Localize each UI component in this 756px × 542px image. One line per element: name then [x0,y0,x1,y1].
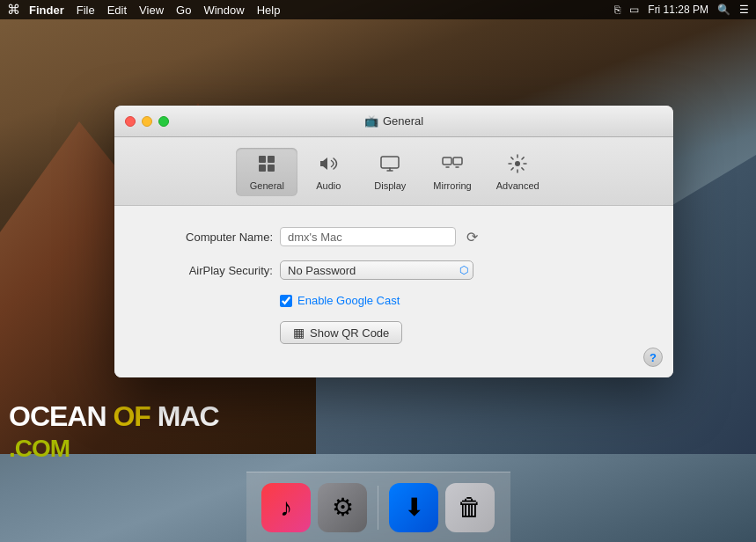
computer-name-field[interactable] [280,227,456,246]
menubar: ⌘ Finder File Edit View Go Window Help ⎘… [0,0,756,19]
dock-downloads[interactable]: ⬇ [389,483,438,532]
show-qr-code-label: Show QR Code [310,326,389,340]
menubar-edit[interactable]: Edit [107,4,127,17]
watermark-of: OF [113,400,150,432]
computer-name-input-group: ⟳ [280,227,647,246]
audio-icon [318,153,339,178]
watermark: OCEAN OF MAC .COM [9,401,219,463]
toolbar-general-label: General [250,180,284,191]
close-button[interactable] [125,116,136,127]
toolbar-audio[interactable]: Audio [297,148,359,196]
dock-sysprefs[interactable]: ⚙ [318,483,367,532]
menubar-window[interactable]: Window [203,4,244,17]
dock-trash[interactable]: 🗑 [445,483,495,532]
toolbar: General Audio Display [114,137,673,206]
computer-name-label: Computer Name: [141,231,273,244]
apple-menu-icon[interactable]: ⌘ [7,2,20,18]
svg-rect-1 [268,156,275,163]
content-area: Computer Name: ⟳ AirPlay Security: No Pa… [114,206,673,377]
toolbar-general[interactable]: General [236,148,297,196]
svg-rect-6 [453,157,462,165]
airplay-security-select[interactable]: No Password Password Device Authenticati… [280,260,473,280]
watermark-line1: OCEAN OF MAC [9,401,219,432]
menubar-finder[interactable]: Finder [29,4,64,17]
advanced-icon [507,153,528,178]
minimize-button[interactable] [142,116,152,127]
search-icon[interactable]: 🔍 [717,4,730,16]
watermark-com: .COM [9,435,70,462]
toolbar-advanced[interactable]: Advanced [484,148,552,196]
watermark-mac: MAC [158,400,219,432]
titlebar: 📺 General [114,106,673,137]
airplay-security-select-wrapper: No Password Password Device Authenticati… [280,260,473,280]
watermark-line2: .COM [9,432,219,463]
dock-itunes[interactable]: ♪ [261,483,311,532]
dock: ♪ ⚙ ⬇ 🗑 [246,472,510,542]
svg-rect-2 [259,165,266,172]
airplay-status-icon: ⎘ [614,4,620,16]
menubar-items: Finder File Edit View Go Window Help [29,4,614,17]
svg-rect-3 [268,165,275,172]
google-cast-label[interactable]: Enable Google Cast [297,294,400,307]
svg-point-7 [515,161,520,166]
airplay-security-label: AirPlay Security: [141,264,273,277]
title-label: General [383,114,423,128]
title-icon: 📺 [364,114,378,128]
notification-icon[interactable]: ☰ [739,4,749,16]
dialog-window: 📺 General General [114,106,673,377]
menubar-go[interactable]: Go [176,4,191,17]
clock: Fri 11:28 PM [648,4,708,16]
airplay-security-input-group: No Password Password Device Authenticati… [280,260,647,280]
qr-code-row: ▦ Show QR Code [280,321,647,344]
airplay-security-row: AirPlay Security: No Password Password D… [141,260,647,280]
menubar-file[interactable]: File [77,4,95,17]
itunes-icon: ♪ [280,494,292,522]
refresh-button[interactable]: ⟳ [463,228,481,245]
traffic-lights [125,116,169,127]
toolbar-mirroring[interactable]: Mirroring [421,148,483,196]
toolbar-audio-label: Audio [316,180,341,191]
google-cast-row: Enable Google Cast [280,294,647,307]
toolbar-display-label: Display [374,180,406,191]
menubar-help[interactable]: Help [257,4,281,17]
show-qr-code-button[interactable]: ▦ Show QR Code [280,321,402,344]
display-status-icon: ▭ [629,4,639,16]
sysprefs-icon: ⚙ [332,493,354,522]
mirroring-icon [442,153,463,178]
menubar-view[interactable]: View [139,4,164,17]
display-icon [379,153,400,178]
svg-rect-4 [381,157,399,168]
svg-rect-0 [259,156,266,163]
downloads-icon: ⬇ [404,493,424,522]
toolbar-mirroring-label: Mirroring [433,180,471,191]
svg-rect-5 [443,157,451,165]
toolbar-advanced-label: Advanced [496,180,539,191]
general-icon [256,153,277,178]
dock-separator [378,486,378,530]
maximize-button[interactable] [158,116,169,127]
toolbar-display[interactable]: Display [359,148,421,196]
google-cast-checkbox[interactable] [280,295,292,307]
help-icon: ? [650,351,657,364]
watermark-ocean: OCEAN [9,400,106,432]
computer-name-row: Computer Name: ⟳ [141,227,647,246]
help-button[interactable]: ? [643,348,663,367]
dialog-title: 📺 General [364,114,423,128]
menubar-right: ⎘ ▭ Fri 11:28 PM 🔍 ☰ [614,4,749,16]
trash-icon: 🗑 [458,493,482,522]
qr-icon: ▦ [293,326,305,340]
